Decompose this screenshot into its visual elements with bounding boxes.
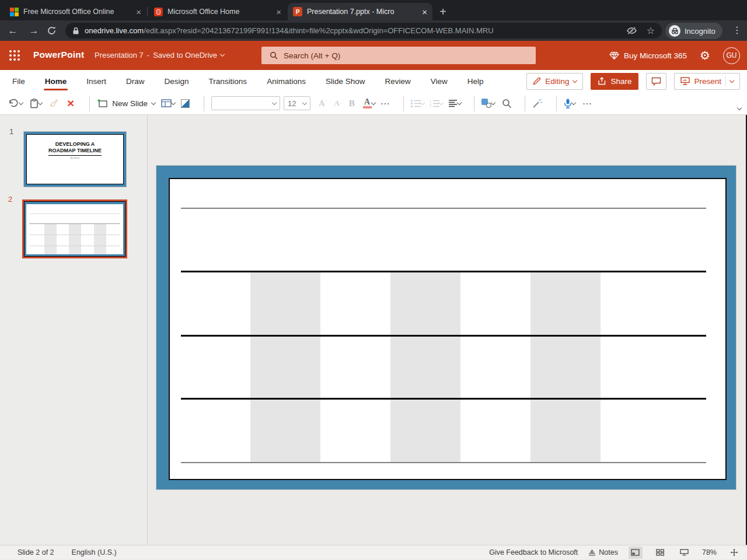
tab-close-icon[interactable]: × bbox=[276, 8, 281, 16]
microphone-icon bbox=[564, 99, 572, 108]
tab-close-icon[interactable]: × bbox=[422, 8, 427, 16]
chevron-down-icon[interactable] bbox=[302, 100, 307, 104]
new-tab-button[interactable]: + bbox=[435, 4, 451, 20]
chevron-down-icon[interactable] bbox=[729, 78, 734, 82]
back-icon[interactable]: ← bbox=[5, 25, 21, 37]
reload-icon[interactable] bbox=[47, 26, 63, 36]
chevron-down-icon[interactable] bbox=[220, 52, 225, 57]
present-button[interactable]: Present bbox=[674, 73, 740, 90]
zoom-level[interactable]: 78% bbox=[702, 548, 717, 556]
document-title-bar[interactable]: Presentation 7 - Saved to OneDrive bbox=[95, 51, 224, 60]
layout-button[interactable] bbox=[161, 99, 175, 107]
normal-view-icon bbox=[631, 549, 640, 556]
menu-home[interactable]: Home bbox=[45, 70, 67, 92]
shrink-font-button[interactable]: Aˇ bbox=[334, 99, 342, 108]
slideshow-view-button[interactable] bbox=[678, 547, 692, 559]
app-launcher-icon[interactable] bbox=[7, 48, 22, 63]
shapes-button[interactable] bbox=[481, 99, 495, 108]
normal-view-button[interactable] bbox=[629, 547, 643, 559]
font-name-combobox[interactable] bbox=[211, 96, 280, 110]
more-commands-button[interactable]: ⋯ bbox=[582, 98, 592, 109]
more-font-options-button[interactable]: ⋯ bbox=[381, 98, 390, 109]
bookmark-star-icon[interactable]: ☆ bbox=[647, 25, 655, 36]
language-selector[interactable]: English (U.S.) bbox=[72, 548, 117, 556]
numbering-icon: 123 bbox=[430, 99, 439, 107]
menu-view[interactable]: View bbox=[431, 70, 448, 92]
app-name[interactable]: PowerPoint bbox=[33, 50, 84, 60]
chevron-down-icon[interactable] bbox=[171, 100, 176, 104]
undo-button[interactable] bbox=[8, 99, 23, 108]
designer-button[interactable] bbox=[181, 99, 190, 108]
align-button[interactable] bbox=[448, 99, 461, 107]
menu-review[interactable]: Review bbox=[385, 70, 410, 92]
designer-wand-button[interactable] bbox=[532, 99, 542, 108]
bullets-button[interactable] bbox=[411, 99, 424, 107]
font-color-button[interactable]: A bbox=[363, 99, 375, 108]
delete-button[interactable]: × bbox=[67, 96, 74, 110]
new-slide-icon bbox=[97, 99, 108, 108]
slide-2-number: 2 bbox=[8, 195, 12, 204]
fit-slide-button[interactable] bbox=[727, 547, 741, 559]
slide-indicator[interactable]: Slide 2 of 2 bbox=[18, 548, 54, 556]
collapse-ribbon-chevron[interactable] bbox=[738, 102, 741, 112]
search-icon bbox=[270, 51, 278, 60]
slide-frame[interactable] bbox=[156, 165, 736, 490]
menu-insert[interactable]: Insert bbox=[86, 70, 106, 92]
slide-2-editing-surface[interactable] bbox=[169, 178, 727, 480]
tab-close-icon[interactable]: × bbox=[136, 8, 141, 16]
browser-menu-icon[interactable]: ⋮ bbox=[732, 24, 742, 36]
chevron-down-icon[interactable] bbox=[371, 100, 375, 104]
editing-mode-button[interactable]: Editing bbox=[526, 73, 583, 90]
forward-icon[interactable]: → bbox=[26, 25, 42, 37]
save-status[interactable]: Saved to OneDrive bbox=[153, 51, 217, 60]
numbering-button[interactable]: 123 bbox=[430, 99, 443, 107]
slide-1-thumbnail[interactable]: DEVELOPING A ROADMAP TIMELINE By Nena bbox=[23, 131, 127, 187]
menu-transitions[interactable]: Transitions bbox=[209, 70, 247, 92]
eye-slash-icon[interactable] bbox=[626, 26, 637, 35]
buy-microsoft-365-button[interactable]: Buy Microsoft 365 bbox=[609, 51, 687, 60]
slideshow-icon bbox=[680, 549, 689, 556]
table-border-top bbox=[181, 208, 706, 209]
chevron-down-icon[interactable] bbox=[456, 100, 461, 104]
find-button[interactable] bbox=[502, 99, 512, 108]
dictate-button[interactable] bbox=[564, 99, 575, 108]
search-input[interactable]: Search (Alt + Q) bbox=[261, 47, 536, 64]
feedback-link[interactable]: Give Feedback to Microsoft bbox=[489, 548, 578, 556]
slide-canvas-area[interactable] bbox=[148, 115, 747, 545]
menu-animations[interactable]: Animations bbox=[267, 70, 306, 92]
separator bbox=[403, 96, 404, 111]
menu-file[interactable]: File bbox=[12, 70, 25, 92]
address-bar[interactable]: onedrive.live.com/edit.aspx?resid=204213… bbox=[65, 23, 662, 38]
chevron-down-icon[interactable] bbox=[438, 100, 443, 104]
browser-tab-active[interactable]: P Presentation 7.pptx - Micro × bbox=[288, 3, 432, 20]
notes-toggle[interactable]: Notes bbox=[588, 548, 618, 556]
chevron-down-icon[interactable] bbox=[272, 100, 277, 104]
chevron-down-icon[interactable] bbox=[420, 100, 424, 104]
avatar[interactable]: GU bbox=[723, 47, 740, 64]
menu-help[interactable]: Help bbox=[467, 70, 484, 92]
menu-slide-show[interactable]: Slide Show bbox=[326, 70, 365, 92]
new-slide-button[interactable]: New Slide bbox=[97, 99, 155, 108]
menu-draw[interactable]: Draw bbox=[126, 70, 145, 92]
chevron-down-icon[interactable] bbox=[38, 100, 43, 104]
chevron-down-icon[interactable] bbox=[490, 100, 495, 104]
share-button[interactable]: Share bbox=[591, 73, 638, 90]
comments-button[interactable] bbox=[646, 73, 666, 90]
notes-icon bbox=[588, 550, 596, 556]
slide-2-thumbnail-selected[interactable] bbox=[22, 200, 127, 258]
chevron-down-icon[interactable] bbox=[151, 100, 156, 104]
font-size-combobox[interactable]: 12 bbox=[284, 96, 310, 110]
browser-tab-2[interactable]: Microsoft Office Home × bbox=[149, 3, 287, 20]
chevron-down-icon[interactable] bbox=[19, 100, 23, 104]
browser-tab-1[interactable]: Free Microsoft Office Online × bbox=[5, 3, 146, 20]
menu-design[interactable]: Design bbox=[165, 70, 189, 92]
gear-icon[interactable]: ⚙ bbox=[700, 48, 710, 62]
slide-sorter-view-button[interactable] bbox=[653, 547, 667, 559]
document-title[interactable]: Presentation 7 bbox=[95, 51, 144, 60]
tab-title: Presentation 7.pptx - Micro bbox=[307, 8, 417, 16]
grow-font-button[interactable]: Aˆ bbox=[319, 99, 327, 108]
bold-button[interactable]: B bbox=[349, 99, 355, 108]
paste-button[interactable] bbox=[30, 99, 42, 108]
format-painter-button[interactable] bbox=[49, 99, 59, 108]
chevron-down-icon[interactable] bbox=[571, 100, 575, 104]
